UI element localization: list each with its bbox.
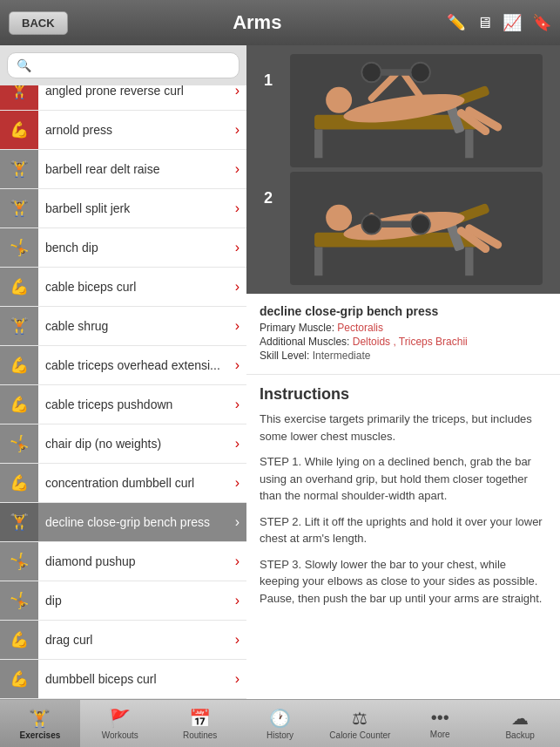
tab-routines[interactable]: 📅Routines (160, 700, 240, 747)
step1-text: STEP 1. While lying on a declined bench,… (260, 453, 547, 505)
dots-icon: ••• (431, 708, 449, 728)
tab-bar: 🏋Exercises🚩Workouts📅Routines🕐History⚖Cal… (0, 699, 560, 747)
tab-label-more: More (430, 730, 450, 739)
header: BACK Arms ✏️ 🖥 📈 🔖 (0, 0, 560, 45)
exercise-thumb-cable-shrug: 🏋 (0, 307, 38, 345)
additional-label: Additional Muscles: (260, 336, 353, 348)
step-number-2: 2 (264, 172, 281, 207)
exercise-item-dumbbell-biceps-curl[interactable]: 💪dumbbell biceps curl› (0, 660, 246, 699)
exercise-list-panel: 🏋angled prone curl›🏋angled prone reverse… (0, 45, 246, 699)
tab-more[interactable]: •••More (400, 700, 480, 747)
step3-text: STEP 3. Slowly lower the bar to your che… (260, 556, 547, 608)
instructions-section: Instructions This exercise targets prima… (246, 375, 560, 626)
exercise-item-dip[interactable]: 🤸dip› (0, 581, 246, 621)
svg-rect-2 (465, 130, 473, 159)
exercise-chevron-diamond-pushup: › (235, 553, 240, 569)
exercise-name-decline-close-grip-bench-press: decline close-grip bench press (45, 515, 235, 530)
exercise-chevron-cable-shrug: › (235, 318, 240, 334)
step-image-1 (290, 54, 543, 167)
exercise-step-2: 2 (264, 172, 543, 285)
svg-rect-1 (314, 130, 322, 159)
exercise-name-diamond-pushup: diamond pushup (45, 554, 235, 569)
exercise-chevron-cable-biceps-curl: › (235, 279, 240, 295)
exercise-thumb-arnold-press: 💪 (0, 111, 38, 149)
exercise-item-cable-biceps-curl[interactable]: 💪cable biceps curl› (0, 268, 246, 307)
exercise-item-barbell-split-jerk[interactable]: 🏋barbell split jerk› (0, 189, 246, 228)
svg-point-6 (326, 87, 352, 113)
tab-label-routines: Routines (183, 730, 217, 740)
exercise-thumb-cable-triceps-overhead-extensi: 💪 (0, 346, 38, 384)
dumbbell-icon: 🏋 (29, 708, 51, 729)
exercise-item-cable-triceps-pushdown[interactable]: 💪cable triceps pushdown› (0, 385, 246, 424)
exercise-thumb-decline-close-grip-bench-press: 🏋 (0, 503, 38, 541)
back-button[interactable]: BACK (9, 11, 68, 35)
exercise-chevron-barbell-split-jerk: › (235, 200, 240, 216)
tab-label-exercises: Exercises (20, 730, 61, 740)
exercise-thumb-diamond-pushup: 🤸 (0, 542, 38, 581)
exercise-chevron-bench-dip: › (235, 240, 240, 255)
exercise-name-barbell-split-jerk: barbell split jerk (45, 201, 235, 216)
exercise-item-cable-triceps-overhead-extensi[interactable]: 💪cable triceps overhead extensi...› (0, 346, 246, 385)
exercise-item-barbell-rear-delt-raise[interactable]: 🏋barbell rear delt raise› (0, 150, 246, 189)
exercise-item-diamond-pushup[interactable]: 🤸diamond pushup› (0, 542, 246, 581)
tab-history[interactable]: 🕐History (240, 700, 320, 747)
search-input[interactable] (7, 52, 240, 78)
exercise-name-cable-triceps-pushdown: cable triceps pushdown (45, 397, 235, 412)
exercise-item-decline-close-grip-bench-press[interactable]: 🏋decline close-grip bench press› (0, 503, 246, 542)
exercise-chevron-concentration-dumbbell-curl: › (235, 475, 240, 491)
exercise-name-arnold-press: arnold press (45, 123, 235, 138)
edit-icon[interactable]: ✏️ (447, 13, 466, 32)
exercise-name-cable-shrug: cable shrug (45, 319, 235, 334)
exercise-thumb-cable-triceps-pushdown: 💪 (0, 385, 38, 424)
skill-label: Skill Level: (260, 350, 313, 362)
tab-workouts[interactable]: 🚩Workouts (80, 700, 160, 747)
exercise-item-drag-curl[interactable]: 💪drag curl› (0, 621, 246, 660)
exercise-item-chair-dip-no-weights[interactable]: 🤸chair dip (no weights)› (0, 424, 246, 464)
svg-point-20 (326, 205, 352, 231)
exercise-item-arnold-press[interactable]: 💪arnold press› (0, 111, 246, 150)
exercise-chevron-barbell-rear-delt-raise: › (235, 161, 240, 177)
exercise-thumb-barbell-rear-delt-raise: 🏋 (0, 150, 38, 188)
exercise-item-cable-shrug[interactable]: 🏋cable shrug› (0, 307, 246, 346)
exercise-list: 🏋angled prone curl›🏋angled prone reverse… (0, 85, 246, 699)
monitor-icon[interactable]: 🖥 (476, 14, 492, 32)
exercise-thumb-barbell-split-jerk: 🏋 (0, 189, 38, 227)
cloud-icon: ☁ (511, 708, 529, 729)
skill-level: Intermediate (313, 350, 371, 362)
tab-calorie-counter[interactable]: ⚖Calorie Counter (320, 700, 400, 747)
exercise-name-drag-curl: drag curl (45, 633, 235, 648)
exercise-name-cable-triceps-overhead-extensi: cable triceps overhead extensi... (45, 358, 235, 373)
exercise-chevron-angled-prone-reverse-curl: › (235, 85, 240, 98)
exercise-thumb-chair-dip-no-weights: 🤸 (0, 424, 38, 463)
exercise-thumb-dip: 🤸 (0, 581, 38, 620)
exercise-thumb-angled-prone-reverse-curl: 🏋 (0, 85, 38, 110)
tab-label-backup: Backup (505, 730, 534, 740)
exercise-chevron-decline-close-grip-bench-press: › (235, 514, 240, 530)
svg-point-11 (410, 63, 429, 82)
additional-muscles: Deltoids , Triceps Brachii (353, 336, 468, 348)
exercise-name-dumbbell-biceps-curl: dumbbell biceps curl (45, 672, 235, 687)
exercise-detail-title: decline close-grip bench press (260, 304, 547, 318)
exercise-name-bench-dip: bench dip (45, 241, 235, 255)
header-icons: ✏️ 🖥 📈 🔖 (447, 13, 551, 32)
exercise-chevron-cable-triceps-pushdown: › (235, 397, 240, 412)
tab-exercises[interactable]: 🏋Exercises (0, 700, 80, 747)
primary-muscle: Pectoralis (337, 322, 383, 334)
exercise-item-concentration-dumbbell-curl[interactable]: 💪concentration dumbbell curl› (0, 464, 246, 503)
tab-label-workouts: Workouts (102, 730, 138, 740)
svg-point-25 (410, 214, 429, 234)
scale-icon: ⚖ (352, 708, 368, 729)
exercise-chevron-drag-curl: › (235, 632, 240, 648)
calendar-icon: 📅 (189, 708, 211, 729)
bookmark-icon[interactable]: 🔖 (532, 13, 551, 32)
exercise-chevron-arnold-press: › (235, 122, 240, 138)
exercise-name-cable-biceps-curl: cable biceps curl (45, 280, 235, 295)
exercise-images: 1 (246, 45, 560, 294)
chart-icon[interactable]: 📈 (503, 13, 522, 32)
tab-backup[interactable]: ☁Backup (480, 700, 560, 747)
flag-icon: 🚩 (109, 708, 131, 729)
exercise-item-angled-prone-reverse-curl[interactable]: 🏋angled prone reverse curl› (0, 85, 246, 111)
exercise-item-bench-dip[interactable]: 🤸bench dip› (0, 228, 246, 268)
exercise-thumb-bench-dip: 🤸 (0, 228, 38, 267)
exercise-name-dip: dip (45, 594, 235, 608)
